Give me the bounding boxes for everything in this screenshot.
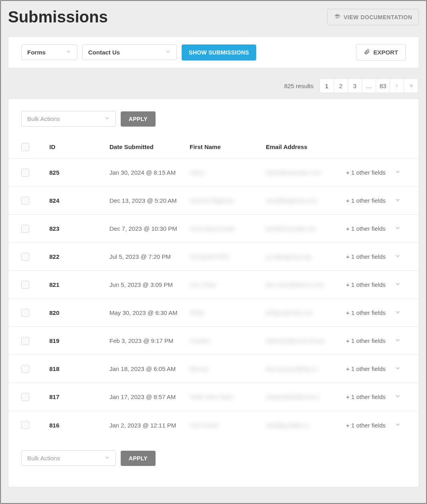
row-first-name: Todd John Hank bbox=[190, 393, 266, 400]
expand-row[interactable] bbox=[386, 365, 410, 373]
apply-button-bottom[interactable]: APPLY bbox=[121, 451, 156, 466]
chevron-down-icon bbox=[165, 49, 171, 56]
table-row: 824Dec 13, 2023 @ 5:20 AMSamuel Bigfonte… bbox=[8, 187, 419, 215]
row-email: g.m@agency.org bbox=[266, 253, 346, 260]
row-other-fields: + 1 other fields bbox=[346, 309, 386, 316]
row-first-name: Harry bbox=[190, 169, 266, 176]
row-checkbox[interactable] bbox=[21, 281, 29, 289]
form-name-dropdown[interactable]: Contact Us bbox=[82, 44, 177, 60]
paperclip-icon bbox=[364, 48, 370, 56]
row-date: Dec 7, 2023 @ 10:30 PM bbox=[109, 224, 190, 233]
chevron-down-icon bbox=[395, 365, 401, 373]
expand-row[interactable] bbox=[386, 393, 410, 401]
col-date: Date Submitted bbox=[109, 143, 190, 150]
table-row: 818Jan 18, 2023 @ 6:05 AMBarneybarneyuse… bbox=[8, 355, 419, 383]
expand-row[interactable] bbox=[386, 197, 410, 204]
page-83[interactable]: 83 bbox=[376, 79, 390, 93]
row-date: Jan 17, 2023 @ 8:57 AM bbox=[109, 393, 190, 401]
page-1[interactable]: 1 bbox=[320, 79, 334, 93]
chevron-down-icon bbox=[395, 197, 401, 204]
row-checkbox[interactable] bbox=[21, 365, 29, 373]
row-email: kim.chan@demo.com bbox=[266, 281, 346, 288]
view-documentation-label: VIEW DOCUMENTATION bbox=[344, 14, 412, 20]
select-all-checkbox[interactable] bbox=[21, 143, 29, 151]
row-checkbox[interactable] bbox=[21, 197, 29, 205]
row-email: clint@profake.io bbox=[266, 422, 346, 429]
table-row: 821Jun 5, 2023 @ 3:09 PMKim Chankim.chan… bbox=[8, 271, 419, 299]
row-first-name: Charles bbox=[190, 337, 266, 344]
table-row: 823Dec 7, 2023 @ 10:30 PMJosh MacDonaldj… bbox=[8, 215, 419, 243]
col-id: ID bbox=[49, 143, 109, 150]
row-first-name: Josh MacDonald bbox=[190, 225, 266, 232]
row-id: 819 bbox=[49, 337, 109, 344]
row-checkbox[interactable] bbox=[21, 309, 29, 317]
export-button[interactable]: EXPORT bbox=[356, 44, 406, 60]
expand-row[interactable] bbox=[386, 225, 410, 232]
row-first-name: Samuel Bigfonte bbox=[190, 197, 266, 204]
page-title: Submissions bbox=[8, 8, 108, 26]
table-header: ID Date Submitted First Name Email Addre… bbox=[8, 135, 419, 159]
chevron-down-icon bbox=[104, 455, 110, 462]
chevron-down-icon bbox=[395, 393, 401, 401]
bulk-actions-dropdown[interactable]: Bulk Actions bbox=[21, 111, 116, 127]
row-email: barneyuser@big.co bbox=[266, 365, 346, 372]
row-id: 817 bbox=[49, 393, 109, 400]
row-email: philipc@mail.com bbox=[266, 309, 346, 316]
chevron-down-icon bbox=[395, 281, 401, 288]
row-date: Jan 2, 2023 @ 12:11 PM bbox=[109, 421, 190, 429]
row-date: Jan 18, 2023 @ 6:05 AM bbox=[109, 365, 190, 373]
form-name-label: Contact Us bbox=[88, 49, 120, 56]
results-count: 825 results bbox=[284, 83, 314, 89]
chevron-down-icon bbox=[395, 421, 401, 429]
page-3[interactable]: 3 bbox=[348, 79, 362, 93]
page-2[interactable]: 2 bbox=[334, 79, 348, 93]
row-email: strakee805@mail.io bbox=[266, 393, 346, 400]
expand-row[interactable] bbox=[386, 421, 410, 429]
row-id: 823 bbox=[49, 225, 109, 232]
row-id: 818 bbox=[49, 365, 109, 372]
chevron-right-icon bbox=[395, 83, 399, 89]
page-last[interactable] bbox=[404, 79, 418, 93]
export-label: EXPORT bbox=[373, 49, 398, 56]
forms-dropdown[interactable]: Forms bbox=[21, 44, 77, 60]
apply-button-top[interactable]: APPLY bbox=[121, 111, 156, 127]
row-checkbox[interactable] bbox=[21, 169, 29, 177]
chevron-down-icon bbox=[395, 253, 401, 260]
chevron-down-icon bbox=[395, 337, 401, 345]
table-row: 816Jan 2, 2023 @ 12:11 PMClint Smithclin… bbox=[8, 411, 419, 439]
expand-row[interactable] bbox=[386, 309, 410, 317]
row-checkbox[interactable] bbox=[21, 393, 29, 401]
row-other-fields: + 1 other fields bbox=[346, 365, 386, 372]
page-next[interactable] bbox=[390, 79, 404, 93]
row-first-name: GeorgeM FRG bbox=[190, 253, 266, 260]
expand-row[interactable] bbox=[386, 253, 410, 260]
row-id: 821 bbox=[49, 281, 109, 288]
submissions-table-card: Bulk Actions APPLY ID Date Submitted Fir… bbox=[8, 99, 419, 487]
show-submissions-button[interactable]: SHOW SUBMISSIONS bbox=[182, 44, 256, 60]
row-email: harry@example.com bbox=[266, 169, 346, 176]
row-other-fields: + 1 other fields bbox=[346, 393, 386, 400]
row-checkbox[interactable] bbox=[21, 253, 29, 261]
row-date: Jul 5, 2023 @ 7:20 PM bbox=[109, 252, 190, 261]
bulk-actions-dropdown-bottom[interactable]: Bulk Actions bbox=[21, 450, 116, 466]
row-checkbox[interactable] bbox=[21, 225, 29, 233]
bulk-actions-label: Bulk Actions bbox=[27, 455, 60, 462]
chevron-down-icon bbox=[395, 169, 401, 176]
row-checkbox[interactable] bbox=[21, 337, 29, 345]
row-other-fields: + 1 other fields bbox=[346, 253, 386, 260]
expand-row[interactable] bbox=[386, 169, 410, 176]
expand-row[interactable] bbox=[386, 337, 410, 345]
row-checkbox[interactable] bbox=[21, 421, 29, 429]
table-row: 822Jul 5, 2023 @ 7:20 PMGeorgeM FRGg.m@a… bbox=[8, 243, 419, 271]
view-documentation-button[interactable]: VIEW DOCUMENTATION bbox=[327, 9, 419, 25]
table-row: 825Jan 30, 2024 @ 8:15 AMHarryharry@exam… bbox=[8, 159, 419, 187]
row-id: 824 bbox=[49, 197, 109, 204]
row-other-fields: + 1 other fields bbox=[346, 169, 386, 176]
chevron-last-icon bbox=[409, 83, 413, 89]
table-row: 820May 30, 2023 @ 6:30 AMPhilipphilipc@m… bbox=[8, 299, 419, 327]
row-email: josh@example.net bbox=[266, 225, 346, 232]
graduation-cap-icon bbox=[334, 13, 340, 21]
row-other-fields: + 1 other fields bbox=[346, 225, 386, 232]
row-first-name: Barney bbox=[190, 365, 266, 372]
expand-row[interactable] bbox=[386, 281, 410, 288]
